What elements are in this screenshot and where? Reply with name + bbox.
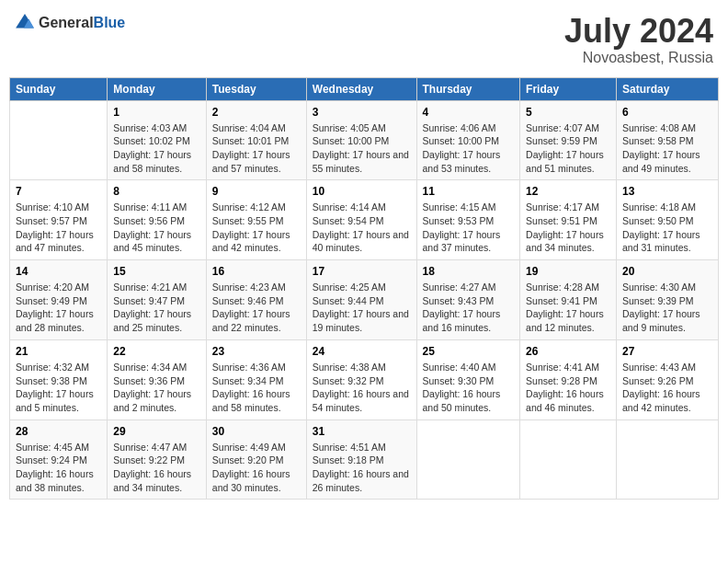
day-number: 15	[113, 265, 200, 278]
calendar-cell	[416, 419, 520, 500]
day-info: Sunrise: 4:10 AMSunset: 9:57 PMDaylight:…	[16, 201, 101, 255]
calendar-cell: 20Sunrise: 4:30 AMSunset: 9:39 PMDayligh…	[616, 260, 718, 340]
calendar-cell: 6Sunrise: 4:08 AMSunset: 9:58 PMDaylight…	[616, 100, 718, 180]
day-info: Sunrise: 4:47 AMSunset: 9:22 PMDaylight:…	[113, 441, 200, 495]
day-number: 26	[526, 345, 610, 358]
day-number: 6	[622, 106, 712, 119]
day-info: Sunrise: 4:21 AMSunset: 9:47 PMDaylight:…	[113, 281, 200, 335]
calendar-cell: 24Sunrise: 4:38 AMSunset: 9:32 PMDayligh…	[306, 339, 416, 419]
day-number: 3	[313, 106, 411, 119]
day-info: Sunrise: 4:30 AMSunset: 9:39 PMDaylight:…	[622, 281, 712, 335]
day-number: 4	[423, 106, 515, 119]
day-number: 22	[113, 345, 200, 358]
calendar-cell: 31Sunrise: 4:51 AMSunset: 9:18 PMDayligh…	[306, 419, 416, 500]
col-header-thursday: Thursday	[416, 77, 520, 100]
calendar-cell: 1Sunrise: 4:03 AMSunset: 10:02 PMDayligh…	[108, 100, 207, 180]
day-info: Sunrise: 4:36 AMSunset: 9:34 PMDaylight:…	[212, 361, 301, 415]
calendar-cell: 12Sunrise: 4:17 AMSunset: 9:51 PMDayligh…	[520, 180, 617, 260]
month-year-title: July 2024	[564, 13, 713, 50]
day-info: Sunrise: 4:41 AMSunset: 9:28 PMDaylight:…	[526, 361, 610, 415]
calendar-cell: 21Sunrise: 4:32 AMSunset: 9:38 PMDayligh…	[10, 339, 108, 419]
day-number: 14	[16, 265, 101, 278]
day-info: Sunrise: 4:49 AMSunset: 9:20 PMDaylight:…	[212, 441, 301, 495]
col-header-monday: Monday	[108, 77, 207, 100]
col-header-wednesday: Wednesday	[306, 77, 416, 100]
calendar-cell: 4Sunrise: 4:06 AMSunset: 10:00 PMDayligh…	[416, 100, 520, 180]
day-info: Sunrise: 4:40 AMSunset: 9:30 PMDaylight:…	[423, 361, 515, 415]
col-header-sunday: Sunday	[10, 77, 108, 100]
day-info: Sunrise: 4:12 AMSunset: 9:55 PMDaylight:…	[212, 201, 301, 255]
calendar-cell: 3Sunrise: 4:05 AMSunset: 10:00 PMDayligh…	[306, 100, 416, 180]
day-number: 29	[113, 425, 200, 438]
day-number: 7	[16, 185, 101, 198]
day-number: 24	[313, 345, 411, 358]
day-info: Sunrise: 4:20 AMSunset: 9:49 PMDaylight:…	[16, 281, 101, 335]
day-info: Sunrise: 4:38 AMSunset: 9:32 PMDaylight:…	[313, 361, 411, 415]
day-info: Sunrise: 4:17 AMSunset: 9:51 PMDaylight:…	[526, 201, 610, 255]
col-header-saturday: Saturday	[616, 77, 718, 100]
calendar-table: SundayMondayTuesdayWednesdayThursdayFrid…	[9, 77, 719, 500]
day-number: 23	[212, 345, 301, 358]
day-info: Sunrise: 4:08 AMSunset: 9:58 PMDaylight:…	[622, 121, 712, 176]
day-number: 25	[423, 345, 515, 358]
day-number: 10	[313, 185, 411, 198]
day-number: 17	[313, 265, 411, 278]
logo-blue: Blue	[94, 15, 126, 30]
day-number: 5	[526, 106, 610, 119]
calendar-cell: 19Sunrise: 4:28 AMSunset: 9:41 PMDayligh…	[520, 260, 617, 340]
day-info: Sunrise: 4:34 AMSunset: 9:36 PMDaylight:…	[113, 361, 200, 415]
title-area: July 2024 Novoasbest, Russia	[564, 13, 713, 66]
day-number: 28	[16, 425, 101, 438]
day-info: Sunrise: 4:04 AMSunset: 10:01 PMDaylight…	[212, 121, 301, 176]
calendar-cell: 14Sunrise: 4:20 AMSunset: 9:49 PMDayligh…	[10, 260, 108, 340]
day-number: 2	[212, 106, 301, 119]
day-number: 21	[16, 345, 101, 358]
calendar-cell: 25Sunrise: 4:40 AMSunset: 9:30 PMDayligh…	[416, 339, 520, 419]
calendar-cell: 13Sunrise: 4:18 AMSunset: 9:50 PMDayligh…	[616, 180, 718, 260]
calendar-cell: 17Sunrise: 4:25 AMSunset: 9:44 PMDayligh…	[306, 260, 416, 340]
day-info: Sunrise: 4:03 AMSunset: 10:02 PMDaylight…	[113, 121, 200, 176]
day-info: Sunrise: 4:18 AMSunset: 9:50 PMDaylight:…	[622, 201, 712, 255]
day-number: 30	[212, 425, 301, 438]
calendar-cell: 26Sunrise: 4:41 AMSunset: 9:28 PMDayligh…	[520, 339, 617, 419]
calendar-cell	[616, 419, 718, 500]
calendar-cell: 27Sunrise: 4:43 AMSunset: 9:26 PMDayligh…	[616, 339, 718, 419]
calendar-cell: 16Sunrise: 4:23 AMSunset: 9:46 PMDayligh…	[206, 260, 306, 340]
day-info: Sunrise: 4:32 AMSunset: 9:38 PMDaylight:…	[16, 361, 101, 415]
day-number: 19	[526, 265, 610, 278]
day-number: 11	[423, 185, 515, 198]
day-info: Sunrise: 4:14 AMSunset: 9:54 PMDaylight:…	[313, 201, 411, 255]
calendar-cell: 2Sunrise: 4:04 AMSunset: 10:01 PMDayligh…	[206, 100, 306, 180]
day-info: Sunrise: 4:06 AMSunset: 10:00 PMDaylight…	[423, 121, 515, 176]
day-info: Sunrise: 4:07 AMSunset: 9:59 PMDaylight:…	[526, 121, 610, 176]
day-info: Sunrise: 4:25 AMSunset: 9:44 PMDaylight:…	[313, 281, 411, 335]
calendar-cell	[520, 419, 617, 500]
calendar-cell: 7Sunrise: 4:10 AMSunset: 9:57 PMDaylight…	[10, 180, 108, 260]
day-info: Sunrise: 4:27 AMSunset: 9:43 PMDaylight:…	[423, 281, 515, 335]
day-number: 9	[212, 185, 301, 198]
day-info: Sunrise: 4:11 AMSunset: 9:56 PMDaylight:…	[113, 201, 200, 255]
week-row-3: 14Sunrise: 4:20 AMSunset: 9:49 PMDayligh…	[10, 260, 719, 340]
logo: GeneralBlue	[15, 13, 125, 33]
day-info: Sunrise: 4:15 AMSunset: 9:53 PMDaylight:…	[423, 201, 515, 255]
week-row-4: 21Sunrise: 4:32 AMSunset: 9:38 PMDayligh…	[10, 339, 719, 419]
day-number: 27	[622, 345, 712, 358]
day-info: Sunrise: 4:43 AMSunset: 9:26 PMDaylight:…	[622, 361, 712, 415]
calendar-cell: 29Sunrise: 4:47 AMSunset: 9:22 PMDayligh…	[108, 419, 207, 500]
calendar-cell: 9Sunrise: 4:12 AMSunset: 9:55 PMDaylight…	[206, 180, 306, 260]
logo-general: General	[39, 15, 94, 30]
day-info: Sunrise: 4:45 AMSunset: 9:24 PMDaylight:…	[16, 441, 101, 495]
week-row-1: 1Sunrise: 4:03 AMSunset: 10:02 PMDayligh…	[10, 100, 719, 180]
header: GeneralBlue July 2024 Novoasbest, Russia	[9, 9, 719, 70]
calendar-cell: 18Sunrise: 4:27 AMSunset: 9:43 PMDayligh…	[416, 260, 520, 340]
day-number: 16	[212, 265, 301, 278]
week-row-5: 28Sunrise: 4:45 AMSunset: 9:24 PMDayligh…	[10, 419, 719, 500]
logo-icon	[15, 13, 35, 33]
day-info: Sunrise: 4:28 AMSunset: 9:41 PMDaylight:…	[526, 281, 610, 335]
calendar-cell: 10Sunrise: 4:14 AMSunset: 9:54 PMDayligh…	[306, 180, 416, 260]
day-info: Sunrise: 4:05 AMSunset: 10:00 PMDaylight…	[313, 121, 411, 176]
day-info: Sunrise: 4:51 AMSunset: 9:18 PMDaylight:…	[313, 441, 411, 495]
calendar-cell: 15Sunrise: 4:21 AMSunset: 9:47 PMDayligh…	[108, 260, 207, 340]
calendar-cell	[10, 100, 108, 180]
calendar-cell: 8Sunrise: 4:11 AMSunset: 9:56 PMDaylight…	[108, 180, 207, 260]
